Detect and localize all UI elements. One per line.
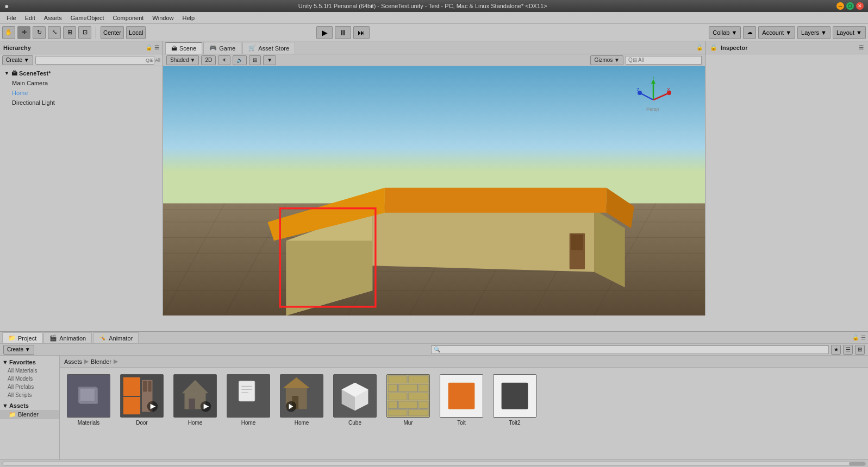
tool-move[interactable]: ✛ xyxy=(17,26,30,39)
step-button[interactable]: ⏭ xyxy=(353,26,370,39)
asset-toit2[interactable]: Toit2 xyxy=(490,372,539,428)
hierarchy-create-button[interactable]: Create ▼ xyxy=(2,55,33,65)
asset-door[interactable]: Door xyxy=(117,372,166,428)
menu-edit[interactable]: Edit xyxy=(21,14,40,22)
bottom-lock-icon[interactable]: 🔓 xyxy=(852,335,859,340)
tool-scale[interactable]: ⤡ xyxy=(48,26,61,39)
hierarchy-toolbar: Create ▼ Q⊞ All xyxy=(0,54,163,66)
fav-all-prefabs[interactable]: All Prefabs xyxy=(0,383,59,391)
bottom-menu-icon[interactable]: ☰ xyxy=(861,335,866,340)
audio-btn[interactable]: 🔊 xyxy=(233,55,247,65)
inspector-content xyxy=(705,54,868,315)
menu-window[interactable]: Window xyxy=(148,14,178,22)
hidden-btn[interactable]: ▼ xyxy=(263,55,276,65)
project-list-icon[interactable]: ☰ xyxy=(843,345,853,355)
effects-btn[interactable]: ⊞ xyxy=(249,55,261,65)
layers-button[interactable]: Layers ▼ xyxy=(797,26,830,39)
menu-component[interactable]: Component xyxy=(108,14,148,22)
favorites-arrow: ▼ xyxy=(2,359,8,365)
scroll-track[interactable] xyxy=(2,462,866,466)
scroll-thumb[interactable] xyxy=(849,462,865,465)
layout-button[interactable]: Layout ▼ xyxy=(833,26,866,39)
svg-rect-24 xyxy=(571,235,577,250)
collab-button[interactable]: Collab ▼ xyxy=(709,26,741,39)
account-button[interactable]: Account ▼ xyxy=(758,26,795,39)
tool-custom[interactable]: ⊡ xyxy=(78,26,91,39)
inspector-header: 🔒 Inspector ☰ xyxy=(705,41,868,54)
window-title: Unity 5.5.1f1 Personal (64bit) - SceneTe… xyxy=(9,3,836,9)
tab-project[interactable]: 📁 Project xyxy=(2,332,42,343)
asset-toit-thumb xyxy=(440,374,483,418)
cloud-button[interactable]: ☁ xyxy=(743,26,756,39)
svg-marker-21 xyxy=(385,188,607,213)
asset-toit[interactable]: Toit xyxy=(437,372,486,428)
arrow-icon: ▼ xyxy=(4,71,9,76)
minimize-button[interactable]: ─ xyxy=(836,2,844,10)
assets-tree-arrow: ▼ xyxy=(2,402,8,409)
maximize-button[interactable]: □ xyxy=(846,2,854,10)
inspector-lock-icon[interactable]: 🔒 xyxy=(710,44,717,51)
svg-rect-52 xyxy=(189,399,195,409)
menu-help[interactable]: Help xyxy=(178,14,199,22)
tool-rotate[interactable]: ↻ xyxy=(33,26,46,39)
scene-search-input[interactable] xyxy=(626,56,702,65)
close-button[interactable]: ✕ xyxy=(856,2,864,10)
tab-animation[interactable]: 🎬 Animation xyxy=(43,332,92,343)
hierarchy-item-directionallight[interactable]: Directional Light xyxy=(0,98,163,108)
menu-gameobject[interactable]: GameObject xyxy=(66,14,109,22)
gizmos-btn[interactable]: Gizmos ▼ xyxy=(590,55,623,65)
scene-tab-icon: 🏔 xyxy=(171,45,177,52)
tab-scene[interactable]: 🏔 Scene xyxy=(165,42,202,54)
fav-all-materials[interactable]: All Materials xyxy=(0,367,59,375)
asset-materials-thumb xyxy=(67,374,110,418)
blender-label: Blender xyxy=(18,411,39,418)
hierarchy-menu-icon[interactable]: ☰ xyxy=(154,45,159,51)
hierarchy-item-scenetest[interactable]: ▼ 🏔 SceneTest* xyxy=(0,68,163,78)
scene-lock-icon[interactable]: 🔓 xyxy=(696,45,703,51)
menu-assets[interactable]: Assets xyxy=(40,14,66,22)
hierarchy-search-input[interactable] xyxy=(35,56,154,65)
menu-file[interactable]: File xyxy=(2,14,21,22)
asset-materials[interactable]: Materials xyxy=(64,372,113,428)
asset-toit-label: Toit xyxy=(457,420,466,426)
center-toggle[interactable]: Center xyxy=(101,26,124,39)
breadcrumb-assets[interactable]: Assets xyxy=(64,358,82,365)
scene-viewport[interactable]: Y X Z Persp xyxy=(163,66,705,315)
pause-button[interactable]: ⏸ xyxy=(335,26,351,39)
tab-game[interactable]: 🎮 Game xyxy=(203,42,241,54)
play-button[interactable]: ▶ xyxy=(316,26,333,39)
hierarchy-item-maincamera[interactable]: Main Camera xyxy=(0,78,163,88)
hierarchy-panel: Hierarchy 🔓 ☰ Create ▼ Q⊞ All ▼ 🏔 SceneT… xyxy=(0,41,163,315)
inspector-panel: 🔒 Inspector ☰ xyxy=(705,41,868,315)
tab-assetstore[interactable]: 🛒 Asset Store xyxy=(242,42,295,54)
assets-tree-blender[interactable]: 📁 Blender xyxy=(0,410,59,419)
asset-home1[interactable]: Home xyxy=(171,372,220,428)
tool-hand[interactable]: ✋ xyxy=(2,26,15,39)
project-expand-icon[interactable]: ⊞ xyxy=(855,345,865,355)
asset-home3[interactable]: Home xyxy=(277,372,326,428)
asset-home2[interactable]: Home xyxy=(224,372,273,428)
hierarchy-item-home[interactable]: Home xyxy=(0,88,163,98)
breadcrumb-blender[interactable]: Blender xyxy=(91,358,111,365)
dimension-btn[interactable]: 2D xyxy=(201,55,216,65)
animator-tab-label: Animator xyxy=(109,335,133,342)
lighting-btn[interactable]: ☀ xyxy=(218,55,230,65)
project-search-input[interactable] xyxy=(431,345,829,354)
inspector-menu-icon[interactable]: ☰ xyxy=(859,45,864,51)
hierarchy-lock-icon[interactable]: 🔓 xyxy=(146,45,152,51)
local-toggle[interactable]: Local xyxy=(126,26,146,39)
svg-rect-74 xyxy=(388,384,398,392)
fav-all-scripts[interactable]: All Scripts xyxy=(0,391,59,399)
asset-cube[interactable]: Cube xyxy=(330,372,379,428)
tab-animator[interactable]: 🤸 Animator xyxy=(93,332,139,343)
project-create-button[interactable]: Create ▼ xyxy=(3,345,34,355)
scene-icon: 🏔 xyxy=(11,70,17,77)
project-fav-icon[interactable]: ★ xyxy=(831,345,841,355)
animation-tab-label: Animation xyxy=(59,335,86,342)
svg-text:Persp: Persp xyxy=(646,106,659,112)
asset-mur[interactable]: Mur xyxy=(384,372,433,428)
shading-dropdown[interactable]: Shaded ▼ xyxy=(166,55,199,65)
tool-rect[interactable]: ⊞ xyxy=(63,26,76,39)
asset-cube-label: Cube xyxy=(348,420,361,426)
fav-all-models[interactable]: All Models xyxy=(0,375,59,383)
